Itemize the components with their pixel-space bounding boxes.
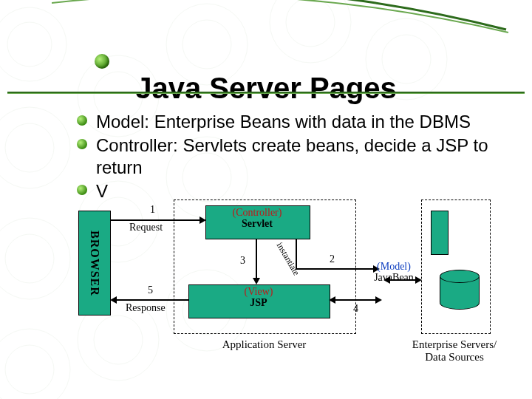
arrowhead-icon <box>253 278 260 284</box>
view-role-label: (View) <box>245 286 273 297</box>
svg-point-3 <box>5 123 54 172</box>
browser-box: BROWSER <box>78 211 111 316</box>
swoosh-decoration <box>52 0 510 37</box>
database-icon <box>440 270 478 310</box>
svg-point-15 <box>183 20 231 69</box>
browser-label: BROWSER <box>88 231 101 296</box>
bullet-item: Model: Enterprise Beans with data in the… <box>96 111 502 133</box>
data-sources-caption: Enterprise Servers/ Data Sources <box>399 338 510 363</box>
accent-dot-icon <box>95 54 109 69</box>
svg-point-2 <box>0 107 70 188</box>
arrowhead-icon <box>110 296 117 304</box>
svg-point-7 <box>5 345 54 394</box>
page-title: Java Server Pages <box>0 72 532 105</box>
bullet-icon <box>77 115 87 126</box>
arrow-servlet-jsp <box>256 239 257 279</box>
svg-point-20 <box>270 0 351 63</box>
response-label: Response <box>126 302 166 313</box>
bullet-item: Controller: Servlets create beans, decid… <box>96 134 502 179</box>
arrow-3-number: 3 <box>240 255 245 266</box>
bullet-text: Model: Enterprise Beans with data in the… <box>96 112 471 132</box>
arrowhead-icon <box>383 276 390 284</box>
server-icon <box>431 211 449 255</box>
arrowhead-icon <box>329 296 335 304</box>
arrow-4-number: 4 <box>353 303 358 314</box>
arrow-request <box>110 219 205 221</box>
svg-point-6 <box>0 329 70 399</box>
svg-point-5 <box>5 234 54 283</box>
bullet-icon <box>77 139 87 149</box>
arrow-1-number: 1 <box>150 204 155 215</box>
arrowhead-icon <box>415 276 422 284</box>
arrow-2-number: 2 <box>330 253 335 265</box>
model-role-label: (Model) <box>377 261 411 272</box>
bullet-text: V <box>96 181 108 201</box>
arrow-instantiate-h <box>296 268 375 270</box>
arrow-5-number: 5 <box>148 284 153 296</box>
bullet-icon <box>77 185 87 195</box>
model-name-label: JavaBean <box>374 272 414 283</box>
arrow-response <box>117 299 188 301</box>
bullet-list: Model: Enterprise Beans with data in the… <box>96 111 502 204</box>
svg-point-4 <box>0 218 70 299</box>
controller-name-label: Servlet <box>242 218 273 229</box>
request-label: Request <box>129 222 163 233</box>
arrow-jsp-bean <box>335 299 377 301</box>
mvc-diagram: BROWSER (Controller) Servlet (View) JSP … <box>74 200 495 377</box>
bullet-text: Controller: Servlets create beans, decid… <box>96 135 488 177</box>
svg-point-1 <box>7 22 52 66</box>
svg-point-21 <box>286 0 335 47</box>
arrowhead-icon <box>375 296 382 304</box>
view-name-label: JSP <box>250 297 267 308</box>
controller-role-label: (Controller) <box>233 207 282 218</box>
arrowhead-icon <box>200 216 206 224</box>
title-underline <box>7 92 525 93</box>
app-server-caption: Application Server <box>174 338 355 351</box>
svg-point-0 <box>0 7 66 81</box>
